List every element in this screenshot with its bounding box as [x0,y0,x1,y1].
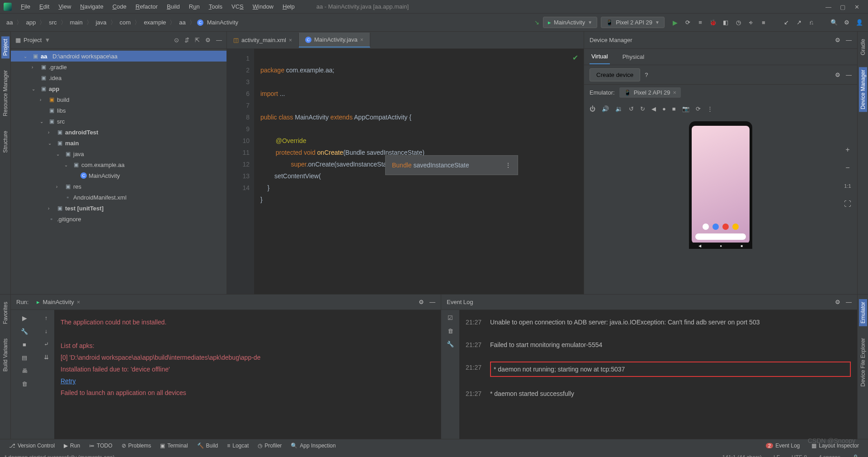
close-icon[interactable]: × [360,37,363,43]
gear-icon[interactable]: ⚙ [419,299,424,305]
bc-app[interactable]: app [24,18,38,27]
settings-icon[interactable]: ⚙ [843,19,851,27]
sb-profiler[interactable]: ◷ Profiler [253,441,286,451]
code-content[interactable]: package com.example.aa; import ... publi… [254,49,584,294]
power-icon[interactable]: ⏻ [590,105,595,112]
gear-icon[interactable]: ⚙ [835,37,840,43]
home-icon[interactable]: ● [662,105,666,112]
menu-help[interactable]: Help [279,1,298,12]
volume-down-icon[interactable]: 🔉 [615,105,623,112]
code-editor[interactable]: ✔ 12367891011121314 package com.example.… [227,49,584,294]
menu-file[interactable]: File [17,1,34,12]
line-sep[interactable]: LF [769,452,784,457]
tab-mainactivity[interactable]: CMainActivity.java× [299,33,370,48]
settings-icon[interactable]: 🔧 [447,341,454,348]
scroll-icon[interactable]: ⇊ [44,354,49,361]
device-combo[interactable]: 📱Pixel 2 API 29▼ [601,17,665,28]
stop-icon[interactable]: ■ [23,341,26,348]
up-icon[interactable]: ↑ [45,314,48,321]
tree-row[interactable]: ›▣androidTest [11,127,226,138]
tree-row[interactable]: ⌄▣app [11,83,226,94]
emulator-tab[interactable]: 📱Pixel 2 API 29 × [619,87,681,98]
close-icon[interactable]: ✕ [854,4,861,10]
bc-mainactivity[interactable]: MainActivity [205,18,240,27]
trash-icon[interactable]: 🗑 [448,328,453,334]
zoom-out-icon[interactable]: − [842,162,854,174]
menu-vcs[interactable]: VCS [228,1,247,12]
bc-com[interactable]: com [118,18,133,27]
git-history-icon[interactable]: ⎌ [807,19,816,27]
debug-icon[interactable]: 🐞 [709,19,717,27]
apply-code-icon[interactable]: ≡ [696,19,704,27]
chevron-down-icon[interactable]: ▼ [44,37,50,43]
rerun-icon[interactable]: ▶ [22,314,27,322]
bc-pkgaa[interactable]: aa [177,18,187,27]
mark-read-icon[interactable]: ☑ [448,314,453,321]
hide-icon[interactable]: — [846,71,852,78]
tree-row[interactable]: CMainActivity [11,170,226,181]
menu-navigate[interactable]: Navigate [76,1,107,12]
back-icon[interactable]: ◀ [651,105,656,112]
sb-terminal[interactable]: ▣ Terminal [156,441,192,451]
run-config-combo[interactable]: ▸MainActivity▼ [543,17,597,28]
readonly-icon[interactable]: 🔒 [848,452,863,457]
tree-row[interactable]: ⌄▣main [11,138,226,148]
tree-row[interactable]: ▫AndroidManifest.xml [11,192,226,203]
bc-src[interactable]: src [47,18,58,27]
sb-problems[interactable]: ⊘ Problems [117,441,156,451]
down-icon[interactable]: ↓ [45,328,48,334]
menu-code[interactable]: Code [109,1,130,12]
stop-icon[interactable]: ■ [760,19,768,27]
tab-virtual[interactable]: Virtual [590,49,610,64]
structure-strip[interactable]: Structure [1,128,9,156]
zoom-11-icon[interactable]: 1:1 [842,180,854,192]
gear-icon[interactable]: ⚙ [835,299,840,305]
retry-link[interactable]: Retry [61,375,434,387]
overview-icon[interactable]: ■ [672,105,676,112]
bc-java[interactable]: java [94,18,108,27]
close-icon[interactable]: × [673,89,677,96]
attach-icon[interactable]: 🔧 [21,328,28,335]
sb-appinspect[interactable]: 🔍 App Inspection [286,441,340,451]
avatar-icon[interactable]: 👤 [855,19,863,27]
git-pull-icon[interactable]: ↙ [782,19,790,27]
tree-root[interactable]: ⌄▣ aa D:\android workspace\aa [11,51,226,62]
run-icon[interactable]: ▶ [671,19,679,27]
bc-aa[interactable]: aa [5,18,14,27]
more-icon[interactable]: ⋮ [505,159,511,171]
maximize-icon[interactable]: ▢ [840,4,846,10]
tree-row[interactable]: ▫.gitignore [11,214,226,224]
record-icon[interactable]: ⟳ [696,105,701,112]
resmgr-strip[interactable]: Resource Manager [1,67,9,119]
more-icon[interactable]: ⋮ [707,105,713,112]
run-tab[interactable]: ▸MainActivity × [33,297,84,307]
menu-build[interactable]: Build [163,1,184,12]
sb-todo[interactable]: ≔ TODO [85,441,117,451]
encoding[interactable]: UTF-8 [787,452,811,457]
sb-vcs[interactable]: ⎇ Version Control [5,441,59,451]
rotate-right-icon[interactable]: ↻ [640,105,645,112]
emulator-strip[interactable]: Emulator [859,299,867,326]
menu-run[interactable]: Run [185,1,203,12]
sb-eventlog[interactable]: 2 Event Log [761,441,804,451]
menu-view[interactable]: View [55,1,75,12]
gear-icon[interactable]: ⚙ [835,71,840,78]
sb-run[interactable]: ▶ Run [59,441,85,451]
tree-row[interactable]: ›▣res [11,181,226,192]
hide-icon[interactable]: — [846,299,852,305]
coverage-icon[interactable]: ◧ [722,19,730,27]
tree-row[interactable]: ▣libs [11,105,226,116]
screenshot-icon[interactable]: 📷 [682,105,689,112]
run-console[interactable]: The application could not be installed. … [54,310,441,439]
tree-row[interactable]: ▣.idea [11,72,226,83]
apply-changes-icon[interactable]: ⟳ [684,19,692,27]
close-icon[interactable]: × [77,299,80,305]
rotate-left-icon[interactable]: ↺ [629,105,634,112]
trash-icon[interactable]: 🗑 [22,381,28,387]
tab-activity-main[interactable]: ◫activity_main.xml× [227,33,299,47]
collapse-all-icon[interactable]: ⇱ [195,37,200,43]
menu-edit[interactable]: Edit [36,1,53,12]
indent[interactable]: 4 spaces [814,452,845,457]
project-strip[interactable]: Project [1,36,9,58]
gear-icon[interactable]: ⚙ [205,37,211,43]
